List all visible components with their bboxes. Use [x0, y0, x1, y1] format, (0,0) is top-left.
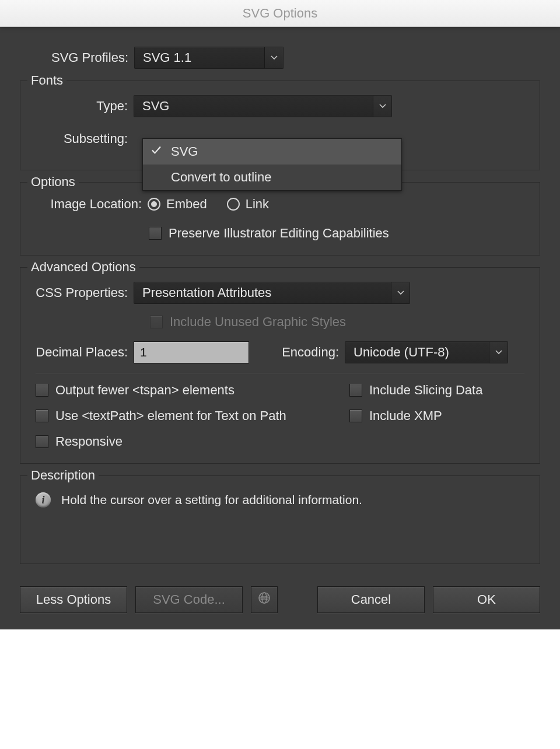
- css-properties-dropdown[interactable]: Presentation Attributes: [134, 282, 410, 304]
- type-dropdown-menu[interactable]: SVG Convert to outline: [142, 138, 402, 191]
- checkbox-icon: [36, 384, 48, 397]
- preserve-row: Preserve Illustrator Editing Capabilitie…: [36, 226, 524, 241]
- dialog-footer: Less Options SVG Code... Cancel OK: [20, 586, 540, 613]
- check-icon: [151, 143, 162, 158]
- adv-row3: Responsive: [36, 434, 524, 449]
- description-text: Hold the cursor over a setting for addit…: [61, 493, 362, 507]
- dialog-title: SVG Options: [243, 6, 317, 21]
- svg-code-button[interactable]: SVG Code...: [135, 586, 243, 613]
- check-include-slicing-label: Include Slicing Data: [369, 383, 482, 398]
- subsetting-label: Subsetting:: [36, 131, 134, 146]
- advanced-group: Advanced Options CSS Properties: Present…: [20, 267, 540, 464]
- checkbox-icon: [349, 410, 362, 422]
- css-properties-row: CSS Properties: Presentation Attributes: [36, 282, 524, 304]
- fonts-legend: Fonts: [27, 73, 66, 88]
- image-location-row: Image Location: Embed Link: [36, 197, 524, 212]
- ok-button[interactable]: OK: [433, 586, 540, 613]
- svg-profiles-row: SVG Profiles: SVG 1.1: [20, 47, 540, 69]
- check-use-textpath-label: Use <textPath> element for Text on Path: [55, 408, 286, 424]
- globe-icon: [257, 591, 271, 608]
- type-option-svg[interactable]: SVG: [143, 139, 401, 164]
- check-include-xmp-label: Include XMP: [369, 408, 442, 424]
- type-label: Type:: [36, 99, 134, 114]
- css-properties-label: CSS Properties:: [36, 285, 134, 300]
- ok-label: OK: [477, 592, 496, 607]
- radio-icon: [227, 198, 240, 211]
- type-option-convert-label: Convert to outline: [171, 170, 271, 185]
- cancel-button[interactable]: Cancel: [317, 586, 425, 613]
- svg-code-label: SVG Code...: [153, 592, 225, 607]
- info-icon: i: [36, 492, 51, 508]
- type-row: Type: SVG: [36, 95, 524, 117]
- checkbox-icon: [36, 435, 48, 448]
- svg-profiles-label: SVG Profiles:: [20, 50, 134, 65]
- encoding-label: Encoding:: [263, 345, 345, 360]
- radio-link-label: Link: [246, 197, 269, 212]
- encoding-dropdown[interactable]: Unicode (UTF-8): [345, 341, 508, 363]
- checkbox-icon: [150, 316, 163, 328]
- chevron-down-icon: [373, 96, 391, 117]
- radio-icon: [148, 198, 160, 211]
- options-legend: Options: [27, 174, 79, 190]
- include-unused-row: Include Unused Graphic Styles: [36, 314, 524, 330]
- check-preserve-editing[interactable]: Preserve Illustrator Editing Capabilitie…: [149, 226, 389, 241]
- options-group: Options Image Location: Embed Link Prese…: [20, 182, 540, 256]
- chevron-down-icon: [391, 282, 410, 303]
- less-options-button[interactable]: Less Options: [20, 586, 127, 613]
- advanced-legend: Advanced Options: [27, 260, 139, 275]
- checkbox-icon: [149, 227, 162, 240]
- less-options-label: Less Options: [36, 592, 111, 607]
- type-dropdown-value: SVG: [134, 100, 373, 113]
- svg-profiles-dropdown[interactable]: SVG 1.1: [134, 47, 284, 69]
- dialog-titlebar: SVG Options: [0, 0, 560, 27]
- decimal-places-label: Decimal Places:: [36, 345, 134, 360]
- description-group: Description i Hold the cursor over a set…: [20, 475, 540, 564]
- check-output-tspan[interactable]: Output fewer <tspan> elements: [36, 383, 235, 398]
- check-preserve-label: Preserve Illustrator Editing Capabilitie…: [169, 226, 389, 241]
- dialog-body: SVG Profiles: SVG 1.1 Fonts Type: SVG Su…: [0, 27, 560, 629]
- adv-row1: Output fewer <tspan> elements Include Sl…: [36, 383, 524, 398]
- web-preview-button[interactable]: [251, 586, 278, 613]
- divider: [36, 373, 524, 373]
- check-include-unused: Include Unused Graphic Styles: [150, 314, 346, 330]
- check-include-xmp[interactable]: Include XMP: [349, 408, 524, 424]
- radio-link[interactable]: Link: [227, 197, 269, 212]
- description-legend: Description: [27, 468, 99, 483]
- type-dropdown[interactable]: SVG: [134, 95, 392, 117]
- chevron-down-icon: [264, 47, 283, 68]
- radio-embed[interactable]: Embed: [148, 197, 207, 212]
- checkbox-icon: [36, 410, 48, 422]
- type-option-convert-to-outline[interactable]: Convert to outline: [143, 164, 401, 190]
- type-option-svg-label: SVG: [171, 144, 198, 159]
- check-include-slicing[interactable]: Include Slicing Data: [349, 383, 524, 398]
- check-responsive[interactable]: Responsive: [36, 434, 123, 449]
- check-responsive-label: Responsive: [55, 434, 123, 449]
- radio-embed-label: Embed: [166, 197, 207, 212]
- check-use-textpath[interactable]: Use <textPath> element for Text on Path: [36, 408, 286, 424]
- adv-row2: Use <textPath> element for Text on Path …: [36, 408, 524, 424]
- cancel-label: Cancel: [351, 592, 391, 607]
- check-include-unused-label: Include Unused Graphic Styles: [170, 314, 346, 330]
- chevron-down-icon: [489, 342, 508, 363]
- check-output-tspan-label: Output fewer <tspan> elements: [55, 383, 235, 398]
- encoding-value: Unicode (UTF-8): [345, 346, 489, 359]
- image-location-label: Image Location:: [36, 197, 148, 212]
- svg-profiles-value: SVG 1.1: [135, 51, 264, 64]
- decimal-encoding-row: Decimal Places: Encoding: Unicode (UTF-8…: [36, 341, 524, 363]
- checkbox-icon: [349, 384, 362, 397]
- decimal-places-input[interactable]: [134, 341, 249, 363]
- description-row: i Hold the cursor over a setting for add…: [36, 492, 524, 508]
- css-properties-value: Presentation Attributes: [134, 286, 391, 299]
